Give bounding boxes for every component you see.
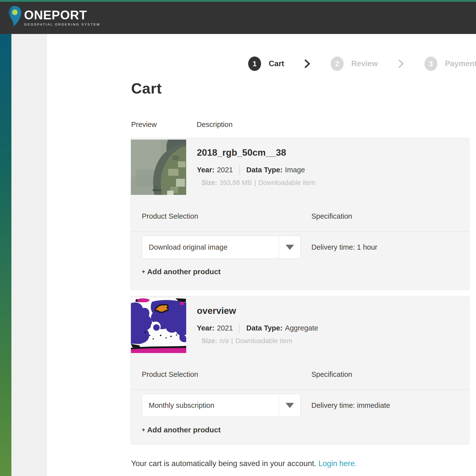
page-title: Cart xyxy=(131,80,162,97)
meta-divider xyxy=(239,165,240,175)
product-selection-dropdown[interactable]: Monthly subscription xyxy=(142,394,300,417)
preview-column-header: Preview xyxy=(131,120,157,129)
oneport-logo[interactable]: ONEPORT GEOSPATIAL ORDERING SYSTEM xyxy=(8,5,100,28)
plus-icon: + xyxy=(142,268,145,275)
item-title: overview xyxy=(197,306,236,316)
login-here-link[interactable]: Login here. xyxy=(318,459,357,468)
sidebar-panel xyxy=(11,34,47,476)
pipe-divider: | xyxy=(231,337,233,345)
step-review-number: 2 xyxy=(331,57,344,71)
delivery-time-text: Delivery time: 1 hour xyxy=(311,236,377,259)
product-selection-header: Product Selection xyxy=(142,212,198,220)
year-value: 2021 xyxy=(217,324,233,332)
description-column-header: Description xyxy=(197,120,233,129)
data-type-label: Data Type: xyxy=(246,166,282,174)
product-selection-dropdown[interactable]: Download original image xyxy=(142,236,300,259)
size-label: Size: xyxy=(202,179,217,187)
step-review-label: Review xyxy=(351,59,378,68)
item-title: 2018_rgb_50cm__38 xyxy=(197,148,286,158)
data-type-label: Data Type: xyxy=(246,324,282,332)
plus-icon: + xyxy=(142,427,145,433)
item-size-line: Size: n/a | Downloadable item xyxy=(202,337,292,345)
availability-text: Downloadable item xyxy=(259,179,316,187)
dropdown-selected-value: Monthly subscription xyxy=(142,394,279,416)
specification-header: Specification xyxy=(311,370,352,379)
item-meta: Year: 2021 Data Type: Aggregate xyxy=(197,323,318,333)
meta-divider xyxy=(239,323,240,333)
dropdown-arrow-icon[interactable] xyxy=(279,236,300,258)
dropdown-selected-value: Download original image xyxy=(142,236,279,258)
app-header: ONEPORT GEOSPATIAL ORDERING SYSTEM xyxy=(0,0,476,34)
card-divider xyxy=(131,389,469,390)
add-another-product-label: Add another product xyxy=(147,268,221,276)
item-meta: Year: 2021 Data Type: Image xyxy=(197,165,305,175)
step-cart-number: 1 xyxy=(248,57,261,71)
brand-tagline: GEOSPATIAL ORDERING SYSTEM xyxy=(24,23,100,26)
cart-item-row: 2018_rgb_50cm__38 Year: 2021 Data Type: … xyxy=(131,138,469,290)
step-payment: 3 Payment xyxy=(424,57,476,71)
sidebar-gradient-strip xyxy=(0,34,11,476)
card-divider xyxy=(131,231,469,232)
year-label: Year: xyxy=(197,166,214,174)
chevron-right-icon xyxy=(304,59,310,68)
overview-preview-image xyxy=(131,298,186,353)
chevron-right-icon xyxy=(398,59,404,68)
add-another-product-button[interactable]: + Add another product xyxy=(142,426,221,434)
step-cart[interactable]: 1 Cart xyxy=(248,57,284,71)
add-another-product-label: Add another product xyxy=(147,426,221,434)
data-type-value: Image xyxy=(285,166,305,174)
cart-saved-text: Your cart is automatically being saved i… xyxy=(131,459,316,468)
step-review: 2 Review xyxy=(331,57,378,71)
cart-saved-note: Your cart is automatically being saved i… xyxy=(131,459,357,468)
availability-text: Downloadable item xyxy=(236,337,293,345)
item-size-line: Size: 393,88 MB | Downloadable item xyxy=(202,179,315,187)
specification-header: Specification xyxy=(311,212,352,220)
step-payment-label: Payment xyxy=(445,59,476,68)
product-selection-header: Product Selection xyxy=(142,370,198,379)
add-another-product-button[interactable]: + Add another product xyxy=(142,268,221,276)
year-label: Year: xyxy=(197,324,214,332)
step-payment-number: 3 xyxy=(424,57,437,71)
size-label: Size: xyxy=(202,337,217,345)
satellite-preview-image xyxy=(131,140,186,195)
size-value: 393,88 MB xyxy=(219,179,252,187)
step-cart-label: Cart xyxy=(269,59,284,68)
delivery-time-text: Delivery time: immediate xyxy=(311,394,390,417)
dropdown-arrow-icon[interactable] xyxy=(279,394,300,416)
pipe-divider: | xyxy=(254,179,256,187)
year-value: 2021 xyxy=(217,166,233,174)
size-value: n/a xyxy=(219,337,229,345)
checkout-steps: 1 Cart 2 Review 3 Payment xyxy=(248,57,476,71)
data-type-value: Aggregate xyxy=(285,324,318,332)
map-pin-icon xyxy=(8,5,22,28)
brand-name: ONEPORT xyxy=(24,9,100,22)
cart-item-row: overview Year: 2021 Data Type: Aggregate… xyxy=(131,296,469,445)
